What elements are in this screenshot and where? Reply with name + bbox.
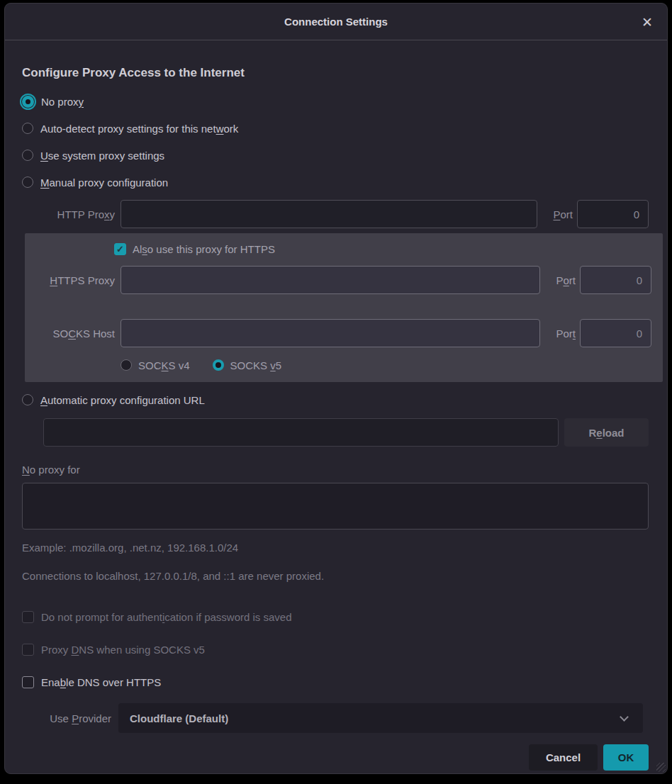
socks-port-input (580, 319, 651, 347)
socks-host-row: SOCKS Host Port (25, 319, 651, 347)
radio-auto-detect[interactable] (22, 123, 33, 134)
radio-no-proxy[interactable] (22, 96, 34, 108)
radio-auto-detect-label: Auto-detect proxy settings for this netw… (40, 123, 238, 135)
https-proxy-input (121, 266, 540, 294)
http-proxy-row: HTTP Proxy Port (22, 200, 649, 228)
connection-settings-dialog: Connection Settings ✕ Configure Proxy Ac… (4, 3, 668, 774)
https-proxy-row: HTTPS Proxy Port (25, 266, 651, 294)
page-title: Configure Proxy Access to the Internet (22, 66, 649, 80)
dialog-title: Connection Settings (284, 16, 388, 28)
checkbox-also-https: ✓ (114, 243, 126, 255)
socks-v4-label: SOCKS v4 (138, 359, 190, 371)
http-port-input (577, 200, 649, 228)
auto-url-input-row: Reload (22, 418, 649, 447)
radio-manual[interactable] (22, 177, 33, 188)
checkbox-row-enable-doh[interactable]: Enable DNS over HTTPS (22, 673, 649, 690)
checkbox-proxy-dns (22, 644, 34, 656)
http-proxy-label: HTTP Proxy (22, 208, 116, 220)
never-proxied-note: Connections to localhost, 127.0.0.1/8, a… (22, 570, 649, 582)
auto-url-input (43, 418, 559, 447)
checkbox-row-no-prompt: Do not prompt for authentication if pass… (22, 608, 649, 625)
provider-row: Use Provider Cloudflare (Default) (22, 703, 649, 733)
reload-button: Reload (564, 418, 649, 447)
socks-host-label: SOCKS Host (25, 327, 116, 340)
enable-doh-label: Enable DNS over HTTPS (41, 676, 161, 688)
radio-auto-url[interactable] (22, 394, 33, 405)
chevron-down-icon (620, 712, 629, 722)
checkbox-no-prompt (22, 611, 34, 623)
radio-row-auto-detect[interactable]: Auto-detect proxy settings for this netw… (22, 120, 649, 137)
no-prompt-label: Do not prompt for authentication if pass… (41, 611, 292, 623)
https-port-label: Port (544, 274, 576, 286)
socks-version-row: SOCKS v4 SOCKS v5 (121, 358, 651, 372)
dialog-footer: Cancel OK (22, 744, 649, 771)
ok-button[interactable]: OK (603, 744, 649, 771)
auto-url-label: Automatic proxy configuration URL (40, 394, 205, 406)
http-proxy-input (121, 200, 537, 228)
radio-no-proxy-label: No proxy (41, 96, 84, 108)
radio-row-use-system[interactable]: Use system proxy settings (22, 147, 649, 164)
use-provider-label: Use Provider (22, 712, 118, 724)
dialog-titlebar: Connection Settings ✕ (5, 4, 667, 40)
cancel-button[interactable]: Cancel (529, 744, 598, 771)
checkbox-enable-doh[interactable] (22, 676, 34, 688)
radio-use-system-label: Use system proxy settings (40, 150, 164, 162)
close-icon[interactable]: ✕ (639, 13, 656, 30)
also-https-row: ✓ Also use this proxy for HTTPS (114, 241, 651, 257)
also-https-label: Also use this proxy for HTTPS (133, 243, 275, 255)
check-icon: ✓ (116, 245, 124, 254)
https-port-input (580, 266, 651, 294)
https-proxy-label: HTTPS Proxy (25, 274, 116, 286)
socks-port-label: Port (544, 327, 576, 340)
provider-dropdown-value: Cloudflare (Default) (130, 712, 228, 724)
radio-use-system[interactable] (22, 150, 33, 161)
radio-row-manual[interactable]: Manual proxy configuration (22, 174, 649, 191)
socks-host-input (121, 319, 540, 347)
radio-socks-v5 (213, 359, 224, 371)
radio-row-no-proxy[interactable]: No proxy (22, 93, 649, 110)
radio-manual-label: Manual proxy configuration (40, 177, 168, 189)
provider-dropdown: Cloudflare (Default) (118, 703, 643, 733)
no-proxy-for-label: No proxy for (22, 464, 649, 476)
checkbox-row-proxy-dns: Proxy DNS when using SOCKS v5 (22, 641, 649, 658)
https-spotlight-section: ✓ Also use this proxy for HTTPS HTTPS Pr… (25, 233, 663, 382)
radio-row-auto-url[interactable]: Automatic proxy configuration URL (22, 391, 649, 408)
resize-grip[interactable] (656, 763, 666, 772)
radio-socks-v4 (121, 359, 132, 371)
no-proxy-for-textarea (22, 483, 649, 530)
no-proxy-example-text: Example: .mozilla.org, .net.nz, 192.168.… (22, 542, 649, 554)
http-port-label: Port (542, 208, 573, 220)
dialog-content: Configure Proxy Access to the Internet N… (5, 66, 667, 771)
proxy-dns-label: Proxy DNS when using SOCKS v5 (41, 644, 205, 656)
socks-v5-label: SOCKS v5 (230, 359, 282, 371)
